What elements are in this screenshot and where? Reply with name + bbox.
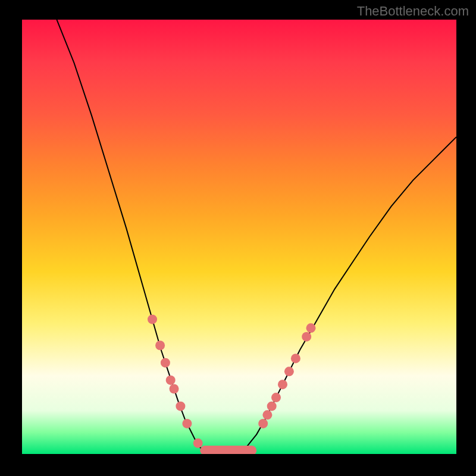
marker-dot [161, 358, 170, 368]
marker-dot [271, 393, 281, 402]
curve-curve-left [57, 20, 209, 453]
bottom-bar [200, 446, 256, 454]
curve-group [57, 20, 456, 453]
marker-dot [170, 384, 179, 394]
marker-group [148, 315, 316, 448]
marker-dot [258, 419, 268, 428]
chart-svg [22, 20, 456, 454]
marker-dot [148, 315, 157, 324]
marker-dot [155, 341, 165, 350]
marker-dot [193, 439, 203, 448]
marker-dot [306, 323, 316, 333]
marker-dot [182, 419, 192, 428]
bottom-bar-rect [200, 446, 256, 454]
frame-right [456, 0, 476, 476]
marker-dot [284, 367, 294, 376]
frame-bottom [0, 454, 476, 476]
watermark-text: TheBottleneck.com [357, 4, 469, 19]
marker-dot [262, 410, 272, 419]
marker-dot [176, 402, 185, 411]
marker-dot [302, 332, 311, 342]
marker-dot [267, 402, 277, 411]
marker-dot [278, 380, 287, 389]
marker-dot [291, 353, 300, 363]
marker-dot [166, 375, 176, 385]
frame-left [0, 0, 22, 476]
